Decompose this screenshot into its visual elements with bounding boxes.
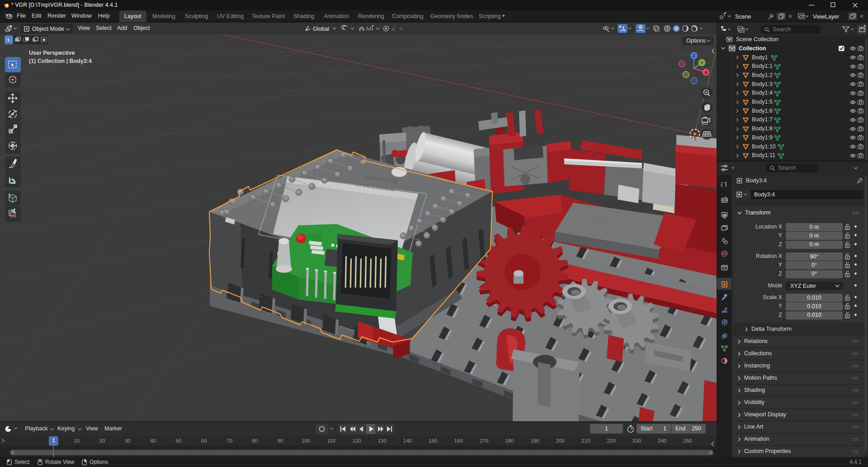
svg-text:User Perspective: User Perspective <box>29 50 75 56</box>
svg-text:Global: Global <box>313 26 329 32</box>
svg-text:Y: Y <box>700 61 703 65</box>
svg-text:X: X <box>704 70 707 75</box>
svg-text:Scene: Scene <box>735 14 751 20</box>
svg-text:ViewLayer: ViewLayer <box>813 14 839 20</box>
svg-text:Z: Z <box>693 53 695 58</box>
svg-text:(1) Collection | Body3:4: (1) Collection | Body3:4 <box>29 58 92 64</box>
